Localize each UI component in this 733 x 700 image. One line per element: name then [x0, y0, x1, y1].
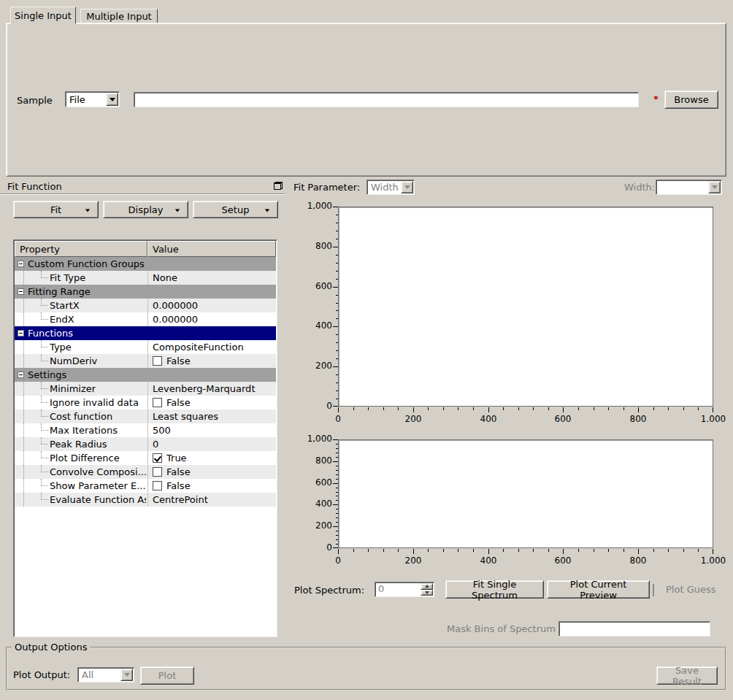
- axis-tick-mark: [336, 358, 338, 359]
- group-row-custom-function-groups[interactable]: Custom Function Groups: [15, 257, 276, 271]
- axis-tick-label: 200: [294, 361, 332, 372]
- property-row-numderiv[interactable]: NumDerivFalse: [15, 354, 276, 368]
- axis-tick-mark: [398, 407, 399, 410]
- chevron-down-icon[interactable]: [106, 93, 118, 106]
- axis-tick-mark: [336, 295, 338, 296]
- setup-menu-button[interactable]: Setup: [193, 201, 278, 218]
- fit-single-spectrum-button[interactable]: Fit Single Spectrum: [445, 580, 544, 599]
- sample-source-combobox[interactable]: File: [65, 91, 120, 107]
- property-value-cell[interactable]: False: [147, 479, 276, 493]
- property-row-type[interactable]: TypeCompositeFunction: [15, 340, 276, 354]
- property-value-cell[interactable]: False: [147, 354, 276, 368]
- property-value-text: Levenberg-Marquardt: [153, 383, 255, 394]
- axis-tick-mark: [336, 470, 338, 471]
- property-value-cell[interactable]: True: [147, 451, 276, 465]
- checkbox-ignore-invalid-data[interactable]: [153, 398, 162, 407]
- plot-canvas-top[interactable]: [338, 207, 713, 407]
- menu-arrow-icon: [85, 209, 90, 212]
- tree-branch-icon: [41, 340, 48, 347]
- group-label: Custom Function Groups: [28, 258, 145, 269]
- mask-bins-input[interactable]: [559, 621, 710, 636]
- plot-spectrum-spinbox[interactable]: 0: [375, 582, 434, 597]
- property-value-cell[interactable]: 0.000000: [147, 299, 276, 312]
- property-value-text: False: [166, 397, 191, 408]
- property-value-cell[interactable]: Least squares: [147, 409, 276, 423]
- checkbox-convolve-composi[interactable]: [153, 467, 162, 477]
- axis-tick-mark: [383, 549, 384, 552]
- sample-file-input[interactable]: [134, 92, 639, 107]
- property-value-cell[interactable]: Levenberg-Marquardt: [147, 382, 276, 396]
- property-value-cell[interactable]: CentrePoint: [147, 493, 276, 507]
- property-value-cell[interactable]: CompositeFunction: [147, 340, 276, 354]
- tree-branch-icon: [41, 299, 48, 306]
- axis-tick-mark: [336, 479, 338, 480]
- property-row-plot-difference[interactable]: Plot DifferenceTrue: [15, 451, 276, 465]
- group-row-functions[interactable]: Functions: [15, 326, 276, 340]
- property-value-cell[interactable]: 0.000000: [147, 312, 276, 326]
- plot-canvas-bottom[interactable]: [338, 439, 713, 548]
- axis-tick-mark: [698, 549, 699, 552]
- axis-tick-mark: [336, 444, 338, 445]
- axis-tick-mark: [333, 366, 338, 367]
- axis-tick-mark: [336, 496, 338, 496]
- property-value-cell[interactable]: False: [147, 396, 276, 409]
- tab-multiple-input[interactable]: Multiple Input: [80, 9, 158, 23]
- tree-branch-icon: [41, 437, 48, 445]
- axis-tick-mark: [336, 448, 338, 449]
- property-row-endx[interactable]: EndX0.000000: [15, 312, 276, 326]
- float-dock-icon[interactable]: [274, 182, 283, 190]
- tab-single-input[interactable]: Single Input: [10, 7, 76, 24]
- axis-tick-mark: [336, 215, 338, 215]
- group-row-settings[interactable]: Settings: [15, 368, 276, 382]
- checkbox-show-parameter-e[interactable]: [153, 481, 162, 491]
- chevron-down-icon: [401, 181, 413, 193]
- axis-tick-mark: [563, 407, 564, 412]
- property-row-evaluate-function-as[interactable]: Evaluate Function AsCentrePoint: [15, 493, 276, 507]
- plot-current-preview-button[interactable]: Plot Current Preview: [547, 580, 650, 599]
- property-value-cell[interactable]: False: [147, 465, 276, 479]
- axis-tick-mark: [336, 239, 338, 239]
- axis-tick-mark: [368, 549, 369, 552]
- axis-tick-mark: [336, 488, 338, 488]
- property-value-cell[interactable]: 500: [147, 423, 276, 437]
- axis-tick-mark: [458, 407, 458, 410]
- axis-tick-mark: [336, 342, 338, 343]
- property-row-ignore-invalid-data[interactable]: Ignore invalid dataFalse: [15, 396, 276, 409]
- checkbox-numderiv[interactable]: [153, 356, 162, 366]
- axis-tick-mark: [336, 509, 338, 509]
- axis-tick-label: 600: [540, 414, 586, 425]
- axis-tick-mark: [443, 549, 444, 552]
- property-row-startx[interactable]: StartX0.000000: [15, 299, 276, 312]
- preview-plot-top: 02004006008001,00002004006008001.000: [294, 207, 713, 426]
- property-row-fit-type[interactable]: Fit TypeNone: [15, 271, 276, 285]
- axis-tick-mark: [653, 407, 654, 410]
- property-value-cell[interactable]: None: [147, 271, 276, 285]
- property-row-max-iterations[interactable]: Max Iterations500: [15, 423, 276, 437]
- axis-tick-mark: [336, 255, 338, 255]
- property-row-peak-radius[interactable]: Peak Radius0: [15, 437, 276, 451]
- tab-single-input-label: Single Input: [15, 10, 72, 21]
- property-row-minimizer[interactable]: MinimizerLevenberg-Marquardt: [15, 382, 276, 396]
- collapse-expander-icon[interactable]: [18, 288, 24, 295]
- axis-tick-mark: [668, 407, 669, 410]
- spinner-buttons: [421, 583, 433, 596]
- spin-down-button[interactable]: [421, 590, 433, 596]
- column-header-value[interactable]: Value: [147, 241, 276, 257]
- arrow-down-icon: [110, 98, 115, 101]
- fit-menu-button[interactable]: Fit: [13, 201, 99, 218]
- preview-plot-bottom: 02004006008001,00002004006008001.000: [294, 439, 713, 567]
- checkbox-plot-difference[interactable]: [153, 453, 162, 463]
- axis-tick-mark: [368, 407, 369, 410]
- collapse-expander-icon[interactable]: [18, 261, 24, 267]
- collapse-expander-icon[interactable]: [18, 372, 24, 378]
- browse-button[interactable]: Browse: [664, 91, 718, 109]
- property-row-show-parameter-e[interactable]: Show Parameter E...False: [15, 479, 276, 493]
- collapse-expander-icon[interactable]: [18, 330, 24, 336]
- column-header-property[interactable]: Property: [15, 241, 147, 257]
- property-row-cost-function[interactable]: Cost functionLeast squares: [15, 409, 276, 423]
- group-row-fitting-range[interactable]: Fitting Range: [15, 285, 276, 299]
- spin-up-button[interactable]: [421, 583, 433, 590]
- display-menu-button[interactable]: Display: [103, 201, 188, 218]
- property-row-convolve-composi[interactable]: Convolve Composi...False: [15, 465, 276, 479]
- property-value-cell[interactable]: 0: [147, 437, 276, 451]
